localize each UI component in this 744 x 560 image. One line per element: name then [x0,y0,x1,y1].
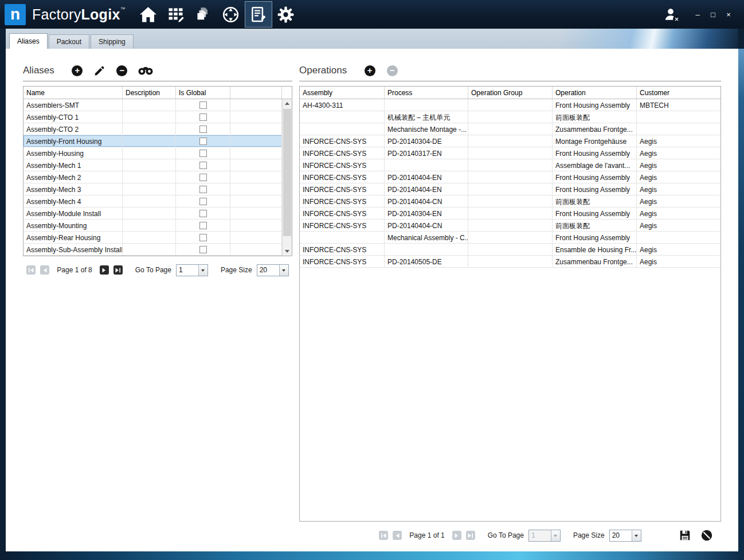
alias-row[interactable]: Assembly-Mounting [24,220,282,232]
edit-alias-button[interactable] [93,64,106,77]
operation-row[interactable]: INFORCE-CNS-SYSPD-20140317-ENFront Housi… [300,147,720,159]
is-global-checkbox[interactable] [199,198,207,205]
scroll-thumb[interactable] [283,109,291,236]
is-global-checkbox[interactable] [199,113,207,121]
column-header-description[interactable]: Description [123,87,176,99]
previous-page-button[interactable] [393,531,402,540]
column-header-name[interactable]: Name [24,87,123,99]
chevron-down-icon[interactable] [632,530,641,541]
decorative-flare [561,29,738,49]
operation-row[interactable]: AH-4300-311Front Housing AssemblyMBTECH [300,99,720,111]
find-alias-button[interactable] [138,64,151,77]
is-global-checkbox[interactable] [199,174,207,181]
first-page-button[interactable] [379,531,388,540]
remove-operation-button[interactable] [386,64,398,77]
operation-row[interactable]: INFORCE-CNS-SYSPD-20140304-ENFront Housi… [300,207,720,220]
alias-description-cell [123,232,176,243]
go-to-page-combo[interactable]: 1 [528,530,561,542]
operation-row[interactable]: INFORCE-CNS-SYSPD-20140404-ENFront Housi… [300,171,720,183]
is-global-checkbox[interactable] [199,222,207,229]
op-operation-cell: Ensamble de Housing Fr... [553,244,637,255]
operation-row[interactable]: INFORCE-CNS-SYSPD-20140404-CN前面板装配Aegis [300,195,720,207]
page-size-combo[interactable]: 20 [257,264,289,276]
scroll-up-icon[interactable] [283,99,292,108]
scroll-down-icon[interactable] [283,247,292,256]
user-logout-icon[interactable] [661,5,680,24]
column-header-operation-group[interactable]: Operation Group [468,87,553,99]
alias-row[interactable]: Assembly-CTO 2 [24,123,282,135]
is-global-checkbox[interactable] [199,210,207,217]
titlebar: n FactoryLogix™ [0,0,744,29]
operation-row[interactable]: INFORCE-CNS-SYSPD-20140304-DEMontage Fro… [300,135,720,147]
alias-is-global-cell [176,183,230,195]
next-page-button[interactable] [100,265,109,275]
alias-row[interactable]: Assembly-Mech 3 [24,183,282,195]
operation-row[interactable]: INFORCE-CNS-SYSAssemblage de l'avant...A… [300,159,720,171]
tab-packout[interactable]: Packout [49,34,89,49]
last-page-button[interactable] [113,265,123,275]
is-global-checkbox[interactable] [199,234,207,241]
operations-table-header: Assembly Process Operation Group Operati… [300,87,720,99]
operation-row[interactable]: INFORCE-CNS-SYSPD-20140404-ENFront Housi… [300,183,720,195]
alias-row[interactable]: Assembly-CTO 1 [24,111,282,123]
operation-row[interactable]: INFORCE-CNS-SYSPD-20140404-CN前面板装配Aegis [300,220,720,232]
nav-logistics-icon[interactable] [245,1,272,28]
operation-row[interactable]: INFORCE-CNS-SYSPD-20140505-DEZusammenbau… [300,256,720,268]
next-page-button[interactable] [452,531,461,540]
previous-page-button[interactable] [40,265,49,275]
chevron-down-icon[interactable] [279,265,288,276]
alias-row[interactable]: Assemblers-SMT [24,99,282,111]
operation-row[interactable]: INFORCE-CNS-SYSEnsamble de Housing Fr...… [300,244,720,256]
minimize-button[interactable]: – [692,8,703,21]
nav-home-icon[interactable] [135,1,162,28]
save-button[interactable] [679,529,691,542]
alias-row[interactable]: Assembly-Rear Housing [24,232,282,244]
close-button[interactable]: × [723,8,734,21]
nav-dispatch-icon[interactable] [217,1,245,28]
nav-documents-icon[interactable] [190,1,217,28]
alias-row[interactable]: Assembly-Module Install [24,207,282,220]
add-alias-button[interactable] [71,64,84,77]
op-customer-cell: Aegis [637,183,720,195]
operation-row[interactable]: Mechanische Montage -...Zusammenbau Fron… [300,123,720,135]
column-header-assembly[interactable]: Assembly [300,87,385,99]
op-operation-cell: Front Housing Assembly [553,99,637,111]
brand: FactoryLogix™ [32,6,126,23]
is-global-checkbox[interactable] [199,150,207,157]
column-header-operation[interactable]: Operation [553,87,637,99]
nav-settings-icon[interactable] [272,1,300,28]
chevron-down-icon[interactable] [198,265,207,276]
cancel-button[interactable] [700,529,713,542]
is-global-checkbox[interactable] [199,162,207,169]
column-header-is-global[interactable]: Is Global [176,87,230,99]
last-page-button[interactable] [466,531,475,540]
is-global-checkbox[interactable] [199,126,207,133]
aliases-scrollbar[interactable] [282,99,292,256]
maximize-button[interactable]: □ [708,8,718,21]
alias-row[interactable]: Assembly-Housing [24,147,282,159]
alias-row[interactable]: Assembly-Mech 2 [24,171,282,183]
is-global-checkbox[interactable] [199,101,207,109]
alias-name-cell: Assembly-Rear Housing [24,232,123,243]
tab-shipping[interactable]: Shipping [91,34,134,49]
add-operation-button[interactable] [363,64,376,77]
is-global-checkbox[interactable] [199,138,207,145]
tab-aliases[interactable]: Aliases [9,33,48,49]
is-global-checkbox[interactable] [199,246,207,253]
alias-row[interactable]: Assembly-Mech 4 [24,195,282,207]
alias-extra-cell [230,159,282,171]
alias-row[interactable]: Assembly-Sub-Assembly Install [24,244,282,256]
first-page-button[interactable] [26,265,36,275]
nav-worksheets-icon[interactable] [162,1,190,28]
operation-row[interactable]: Mechanical Assembly - C...Front Housing … [300,232,720,244]
column-header-customer[interactable]: Customer [637,87,720,99]
alias-row[interactable]: Assembly-Front Housing [24,135,282,147]
column-header-process[interactable]: Process [385,87,468,99]
op-assembly-cell: INFORCE-CNS-SYS [300,207,385,219]
page-size-combo[interactable]: 20 [609,530,641,542]
alias-row[interactable]: Assembly-Mech 1 [24,159,282,171]
operation-row[interactable]: 机械装配 – 主机单元前面板装配 [300,111,720,123]
is-global-checkbox[interactable] [199,186,207,193]
go-to-page-combo[interactable]: 1 [176,264,208,276]
remove-alias-button[interactable] [116,64,128,77]
